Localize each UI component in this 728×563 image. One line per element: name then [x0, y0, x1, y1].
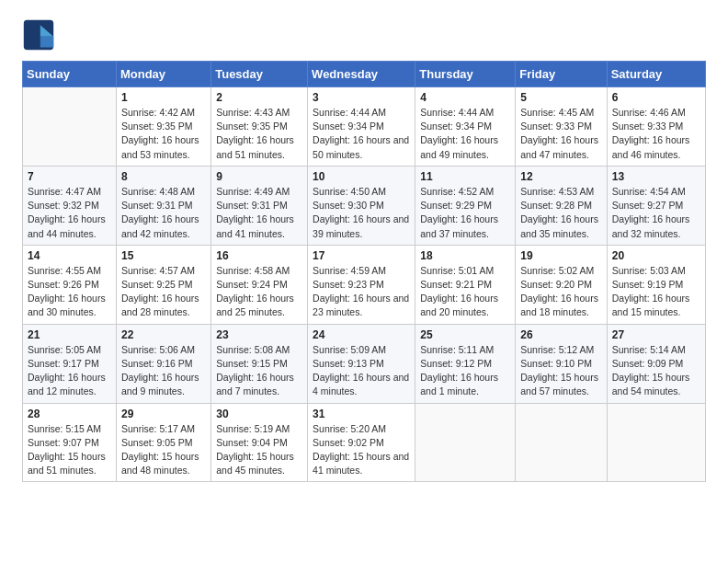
day-info: Sunrise: 4:54 AMSunset: 9:27 PMDaylight:… [612, 185, 700, 241]
day-number: 27 [612, 328, 700, 341]
calendar-day-header: Sunday [23, 62, 117, 87]
day-info: Sunrise: 4:49 AMSunset: 9:31 PMDaylight:… [216, 185, 302, 241]
day-number: 12 [520, 170, 601, 183]
day-info: Sunrise: 4:45 AMSunset: 9:33 PMDaylight:… [520, 106, 601, 162]
calendar-day-cell [23, 87, 117, 167]
day-info: Sunrise: 4:57 AMSunset: 9:25 PMDaylight:… [121, 264, 206, 320]
calendar-day-cell: 12Sunrise: 4:53 AMSunset: 9:28 PMDayligh… [516, 166, 607, 245]
calendar-day-header: Thursday [415, 62, 516, 87]
calendar-day-cell: 4Sunrise: 4:44 AMSunset: 9:34 PMDaylight… [415, 87, 516, 167]
day-info: Sunrise: 4:53 AMSunset: 9:28 PMDaylight:… [520, 185, 601, 241]
day-info: Sunrise: 4:46 AMSunset: 9:33 PMDaylight:… [612, 106, 700, 162]
page-container: SundayMondayTuesdayWednesdayThursdayFrid… [22, 18, 706, 482]
calendar-day-cell: 26Sunrise: 5:12 AMSunset: 9:10 PMDayligh… [516, 324, 607, 403]
calendar-day-cell: 24Sunrise: 5:09 AMSunset: 9:13 PMDayligh… [308, 324, 415, 403]
day-info: Sunrise: 4:58 AMSunset: 9:24 PMDaylight:… [216, 264, 302, 320]
day-number: 3 [313, 91, 410, 104]
day-info: Sunrise: 5:08 AMSunset: 9:15 PMDaylight:… [216, 343, 302, 399]
calendar-day-header: Wednesday [308, 62, 415, 87]
calendar-day-header: Tuesday [211, 62, 308, 87]
day-number: 11 [420, 170, 510, 183]
day-info: Sunrise: 4:52 AMSunset: 9:29 PMDaylight:… [420, 185, 510, 241]
day-info: Sunrise: 5:01 AMSunset: 9:21 PMDaylight:… [420, 264, 510, 320]
svg-marker-2 [40, 37, 53, 48]
calendar-day-cell: 29Sunrise: 5:17 AMSunset: 9:05 PMDayligh… [116, 403, 210, 482]
calendar-header-row: SundayMondayTuesdayWednesdayThursdayFrid… [23, 62, 706, 87]
day-number: 14 [28, 249, 111, 262]
calendar-day-cell: 11Sunrise: 4:52 AMSunset: 9:29 PMDayligh… [415, 166, 516, 245]
calendar-day-cell: 7Sunrise: 4:47 AMSunset: 9:32 PMDaylight… [23, 166, 117, 245]
calendar-day-cell: 16Sunrise: 4:58 AMSunset: 9:24 PMDayligh… [211, 245, 308, 324]
day-number: 30 [216, 408, 302, 420]
day-info: Sunrise: 4:42 AMSunset: 9:35 PMDaylight:… [121, 106, 206, 162]
day-info: Sunrise: 5:20 AMSunset: 9:02 PMDaylight:… [313, 422, 410, 478]
day-info: Sunrise: 4:59 AMSunset: 9:23 PMDaylight:… [313, 264, 410, 320]
day-info: Sunrise: 4:47 AMSunset: 9:32 PMDaylight:… [28, 185, 111, 241]
calendar-day-cell: 28Sunrise: 5:15 AMSunset: 9:07 PMDayligh… [23, 403, 117, 482]
calendar-day-cell: 1Sunrise: 4:42 AMSunset: 9:35 PMDaylight… [116, 87, 210, 167]
day-number: 2 [216, 91, 302, 104]
calendar-day-cell [607, 403, 705, 482]
day-info: Sunrise: 4:55 AMSunset: 9:26 PMDaylight:… [28, 264, 111, 320]
day-info: Sunrise: 5:03 AMSunset: 9:19 PMDaylight:… [612, 264, 700, 320]
calendar-day-cell: 10Sunrise: 4:50 AMSunset: 9:30 PMDayligh… [308, 166, 415, 245]
day-number: 20 [612, 249, 700, 262]
day-number: 22 [121, 328, 206, 341]
day-info: Sunrise: 4:48 AMSunset: 9:31 PMDaylight:… [121, 185, 206, 241]
calendar-day-cell: 14Sunrise: 4:55 AMSunset: 9:26 PMDayligh… [23, 245, 117, 324]
day-number: 19 [520, 249, 601, 262]
day-info: Sunrise: 4:44 AMSunset: 9:34 PMDaylight:… [420, 106, 510, 162]
calendar-day-cell: 6Sunrise: 4:46 AMSunset: 9:33 PMDaylight… [607, 87, 705, 167]
calendar-day-cell: 9Sunrise: 4:49 AMSunset: 9:31 PMDaylight… [211, 166, 308, 245]
calendar-week-row: 14Sunrise: 4:55 AMSunset: 9:26 PMDayligh… [23, 245, 706, 324]
day-number: 31 [313, 408, 410, 420]
day-number: 29 [121, 408, 206, 420]
day-info: Sunrise: 4:44 AMSunset: 9:34 PMDaylight:… [313, 106, 410, 162]
day-number: 24 [313, 328, 410, 341]
calendar-day-header: Monday [116, 62, 210, 87]
calendar-day-cell: 19Sunrise: 5:02 AMSunset: 9:20 PMDayligh… [516, 245, 607, 324]
logo [22, 18, 61, 52]
day-number: 6 [612, 91, 700, 104]
day-number: 21 [28, 328, 111, 341]
calendar-week-row: 7Sunrise: 4:47 AMSunset: 9:32 PMDaylight… [23, 166, 706, 245]
calendar-day-cell: 23Sunrise: 5:08 AMSunset: 9:15 PMDayligh… [211, 324, 308, 403]
header [22, 18, 706, 52]
calendar-day-cell: 18Sunrise: 5:01 AMSunset: 9:21 PMDayligh… [415, 245, 516, 324]
day-number: 28 [28, 408, 111, 420]
day-number: 23 [216, 328, 302, 341]
day-number: 25 [420, 328, 510, 341]
calendar-week-row: 28Sunrise: 5:15 AMSunset: 9:07 PMDayligh… [23, 403, 706, 482]
calendar-day-header: Saturday [607, 62, 705, 87]
day-number: 1 [121, 91, 206, 104]
day-info: Sunrise: 5:17 AMSunset: 9:05 PMDaylight:… [121, 422, 206, 478]
day-info: Sunrise: 4:43 AMSunset: 9:35 PMDaylight:… [216, 106, 302, 162]
calendar-day-cell: 15Sunrise: 4:57 AMSunset: 9:25 PMDayligh… [116, 245, 210, 324]
day-info: Sunrise: 5:09 AMSunset: 9:13 PMDaylight:… [313, 343, 410, 399]
day-number: 15 [121, 249, 206, 262]
day-info: Sunrise: 5:19 AMSunset: 9:04 PMDaylight:… [216, 422, 302, 478]
calendar-day-cell: 20Sunrise: 5:03 AMSunset: 9:19 PMDayligh… [607, 245, 705, 324]
day-info: Sunrise: 5:02 AMSunset: 9:20 PMDaylight:… [520, 264, 601, 320]
day-info: Sunrise: 5:11 AMSunset: 9:12 PMDaylight:… [420, 343, 510, 399]
day-number: 9 [216, 170, 302, 183]
day-number: 26 [520, 328, 601, 341]
day-number: 7 [28, 170, 111, 183]
day-info: Sunrise: 5:14 AMSunset: 9:09 PMDaylight:… [612, 343, 700, 399]
calendar: SundayMondayTuesdayWednesdayThursdayFrid… [22, 61, 706, 482]
calendar-day-cell: 17Sunrise: 4:59 AMSunset: 9:23 PMDayligh… [308, 245, 415, 324]
calendar-day-cell: 27Sunrise: 5:14 AMSunset: 9:09 PMDayligh… [607, 324, 705, 403]
calendar-week-row: 21Sunrise: 5:05 AMSunset: 9:17 PMDayligh… [23, 324, 706, 403]
day-info: Sunrise: 5:06 AMSunset: 9:16 PMDaylight:… [121, 343, 206, 399]
day-number: 5 [520, 91, 601, 104]
calendar-day-header: Friday [516, 62, 607, 87]
calendar-day-cell: 21Sunrise: 5:05 AMSunset: 9:17 PMDayligh… [23, 324, 117, 403]
calendar-day-cell [415, 403, 516, 482]
day-number: 16 [216, 249, 302, 262]
day-number: 18 [420, 249, 510, 262]
calendar-day-cell [516, 403, 607, 482]
calendar-day-cell: 25Sunrise: 5:11 AMSunset: 9:12 PMDayligh… [415, 324, 516, 403]
logo-icon [22, 18, 55, 52]
calendar-week-row: 1Sunrise: 4:42 AMSunset: 9:35 PMDaylight… [23, 87, 706, 167]
day-info: Sunrise: 5:12 AMSunset: 9:10 PMDaylight:… [520, 343, 601, 399]
